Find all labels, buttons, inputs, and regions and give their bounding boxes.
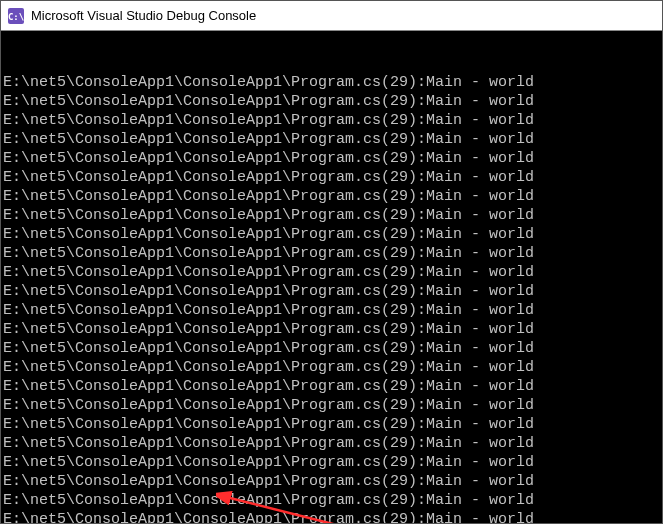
console-log-line: E:\net5\ConsoleApp1\ConsoleApp1\Program.… bbox=[3, 111, 660, 130]
console-log-line: E:\net5\ConsoleApp1\ConsoleApp1\Program.… bbox=[3, 510, 660, 524]
console-log-line: E:\net5\ConsoleApp1\ConsoleApp1\Program.… bbox=[3, 73, 660, 92]
console-output: E:\net5\ConsoleApp1\ConsoleApp1\Program.… bbox=[1, 31, 662, 524]
console-log-line: E:\net5\ConsoleApp1\ConsoleApp1\Program.… bbox=[3, 339, 660, 358]
vs-console-icon: C:\ bbox=[7, 7, 25, 25]
console-log-line: E:\net5\ConsoleApp1\ConsoleApp1\Program.… bbox=[3, 491, 660, 510]
svg-text:C:\: C:\ bbox=[8, 12, 24, 22]
console-log-line: E:\net5\ConsoleApp1\ConsoleApp1\Program.… bbox=[3, 320, 660, 339]
console-log-line: E:\net5\ConsoleApp1\ConsoleApp1\Program.… bbox=[3, 130, 660, 149]
console-log-line: E:\net5\ConsoleApp1\ConsoleApp1\Program.… bbox=[3, 206, 660, 225]
console-log-line: E:\net5\ConsoleApp1\ConsoleApp1\Program.… bbox=[3, 453, 660, 472]
window-title: Microsoft Visual Studio Debug Console bbox=[31, 8, 256, 23]
console-log-line: E:\net5\ConsoleApp1\ConsoleApp1\Program.… bbox=[3, 282, 660, 301]
console-log-line: E:\net5\ConsoleApp1\ConsoleApp1\Program.… bbox=[3, 92, 660, 111]
console-log-line: E:\net5\ConsoleApp1\ConsoleApp1\Program.… bbox=[3, 225, 660, 244]
console-log-line: E:\net5\ConsoleApp1\ConsoleApp1\Program.… bbox=[3, 187, 660, 206]
window-titlebar[interactable]: C:\ Microsoft Visual Studio Debug Consol… bbox=[1, 1, 662, 31]
console-log-line: E:\net5\ConsoleApp1\ConsoleApp1\Program.… bbox=[3, 472, 660, 491]
console-log-line: E:\net5\ConsoleApp1\ConsoleApp1\Program.… bbox=[3, 358, 660, 377]
console-log-line: E:\net5\ConsoleApp1\ConsoleApp1\Program.… bbox=[3, 396, 660, 415]
console-log-line: E:\net5\ConsoleApp1\ConsoleApp1\Program.… bbox=[3, 168, 660, 187]
console-log-line: E:\net5\ConsoleApp1\ConsoleApp1\Program.… bbox=[3, 263, 660, 282]
console-log-line: E:\net5\ConsoleApp1\ConsoleApp1\Program.… bbox=[3, 244, 660, 263]
console-log-line: E:\net5\ConsoleApp1\ConsoleApp1\Program.… bbox=[3, 434, 660, 453]
console-log-line: E:\net5\ConsoleApp1\ConsoleApp1\Program.… bbox=[3, 149, 660, 168]
console-log-line: E:\net5\ConsoleApp1\ConsoleApp1\Program.… bbox=[3, 301, 660, 320]
console-log-line: E:\net5\ConsoleApp1\ConsoleApp1\Program.… bbox=[3, 377, 660, 396]
console-log-line: E:\net5\ConsoleApp1\ConsoleApp1\Program.… bbox=[3, 415, 660, 434]
